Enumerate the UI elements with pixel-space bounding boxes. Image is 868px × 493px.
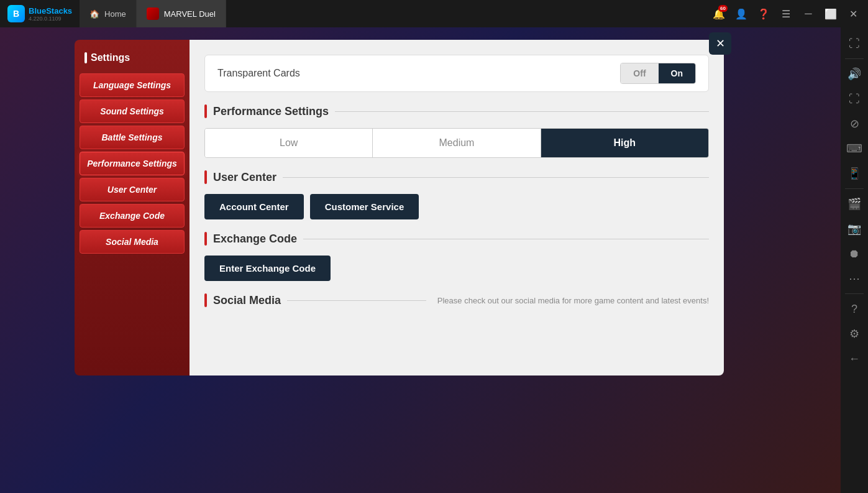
account-center-button[interactable]: Account Center <box>204 194 304 219</box>
toggle-on-option[interactable]: On <box>659 63 695 83</box>
social-media-section-title: Social Media <box>213 294 281 307</box>
nav-language-settings[interactable]: Language Settings <box>80 73 185 97</box>
sidebar-keyboard-button[interactable]: ⌨ <box>843 137 866 160</box>
exchange-code-section-header: Exchange Code <box>204 232 709 246</box>
main-area: Settings Language Settings Sound Setting… <box>0 27 841 493</box>
sidebar-divider-2 <box>845 188 864 189</box>
app-name: BlueStacks <box>29 6 72 16</box>
sidebar-settings-button[interactable]: ⚙ <box>843 323 866 345</box>
sidebar-record-button[interactable]: ⏺ <box>843 242 866 265</box>
social-media-section-line <box>287 300 426 301</box>
transparent-cards-row: Transparent Cards Off On <box>204 55 709 92</box>
bluestacks-icon: B <box>7 5 25 22</box>
perf-low-button[interactable]: Low <box>205 129 373 157</box>
nav-battle-settings[interactable]: Battle Settings <box>80 126 185 149</box>
transparent-cards-label: Transparent Cards <box>217 68 300 79</box>
marvel-duel-icon <box>147 7 159 20</box>
exchange-code-section-line <box>303 239 709 239</box>
performance-section-header: Performance Settings <box>204 104 709 118</box>
sidebar-phone-button[interactable]: 📱 <box>843 162 866 185</box>
menu-button[interactable]: ☰ <box>776 4 796 24</box>
performance-section-title: Performance Settings <box>213 105 329 118</box>
restore-button[interactable]: ⬜ <box>821 4 841 24</box>
nav-social-media[interactable]: Social Media <box>80 230 185 254</box>
right-sidebar: ⛶ 🔊 ⛶ ⊘ ⌨ 📱 🎬 📷 ⏺ ⋯ ? ⚙ ← <box>841 27 868 493</box>
user-center-section-title: User Center <box>213 171 276 184</box>
social-media-section-bar <box>204 293 207 307</box>
nav-performance-settings[interactable]: Performance Settings <box>80 152 185 175</box>
help-button[interactable]: ❓ <box>754 4 774 24</box>
notifications-button[interactable]: 🔔 60 <box>709 4 729 24</box>
settings-nav: Settings Language Settings Sound Setting… <box>75 40 190 376</box>
user-center-section-header: User Center <box>204 170 709 184</box>
nav-sound-settings[interactable]: Sound Settings <box>80 99 185 123</box>
close-settings-button[interactable]: ✕ <box>709 32 731 55</box>
app-version: 4.220.0.1109 <box>29 16 72 22</box>
sidebar-sound-button[interactable]: 🔊 <box>843 63 866 85</box>
sidebar-back-button[interactable]: ← <box>843 348 866 370</box>
bluestacks-logo: B BlueStacks 4.220.0.1109 <box>0 5 80 22</box>
sidebar-camera-button[interactable]: 📷 <box>843 218 866 240</box>
sidebar-expand-button[interactable]: ⛶ <box>843 32 866 55</box>
sidebar-slash-button[interactable]: ⊘ <box>843 113 866 135</box>
sidebar-divider-3 <box>845 293 864 294</box>
social-media-section-header: Social Media Please check out our social… <box>204 293 709 307</box>
sidebar-fullscreen-button[interactable]: ⛶ <box>843 88 866 110</box>
social-media-note: Please check out our social media for mo… <box>437 296 709 305</box>
transparent-cards-toggle[interactable]: Off On <box>620 63 696 84</box>
settings-panel: ✕ Transparent Cards Off On Performance S… <box>190 40 724 376</box>
home-icon: 🏠 <box>89 9 99 19</box>
perf-high-button[interactable]: High <box>541 129 708 157</box>
user-center-actions: Account Center Customer Service <box>204 194 709 219</box>
enter-exchange-code-button[interactable]: Enter Exchange Code <box>204 256 331 281</box>
user-center-section-line <box>283 177 709 178</box>
sidebar-question-button[interactable]: ? <box>843 298 866 320</box>
tab-marvel-duel[interactable]: MARVEL Duel <box>137 0 226 27</box>
sidebar-more-button[interactable]: ⋯ <box>843 267 866 290</box>
settings-title: Settings <box>80 50 185 71</box>
toggle-off-option[interactable]: Off <box>621 63 658 83</box>
perf-medium-button[interactable]: Medium <box>373 129 541 157</box>
exchange-code-section-bar <box>204 232 207 246</box>
sidebar-divider <box>845 58 864 59</box>
user-center-section-bar <box>204 170 207 184</box>
account-button[interactable]: 👤 <box>731 4 751 24</box>
performance-options: Low Medium High <box>204 128 709 158</box>
nav-exchange-code[interactable]: Exchange Code <box>80 204 185 228</box>
sidebar-video-button[interactable]: 🎬 <box>843 193 866 215</box>
customer-service-button[interactable]: Customer Service <box>310 194 419 219</box>
close-window-button[interactable]: ✕ <box>843 4 863 24</box>
exchange-code-section-title: Exchange Code <box>213 233 297 246</box>
minimize-button[interactable]: ─ <box>798 4 818 24</box>
nav-user-center[interactable]: User Center <box>80 178 185 201</box>
notif-badge: 60 <box>718 5 728 12</box>
tab-home[interactable]: 🏠 Home <box>80 0 137 27</box>
top-bar: B BlueStacks 4.220.0.1109 🏠 Home MARVEL … <box>0 0 868 27</box>
settings-container: Settings Language Settings Sound Setting… <box>75 40 724 376</box>
performance-section-bar <box>204 104 207 118</box>
performance-section-line <box>335 111 709 112</box>
exchange-code-actions: Enter Exchange Code <box>204 256 709 281</box>
